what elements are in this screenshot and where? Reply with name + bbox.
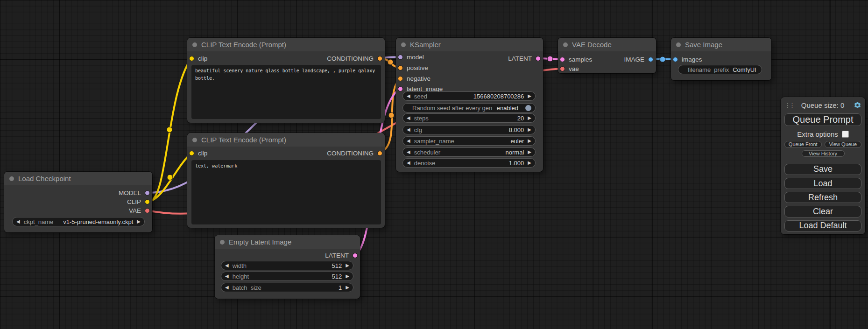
node-title-bar[interactable]: KSampler <box>396 38 543 51</box>
decrement-arrow-icon[interactable]: ◀ <box>407 127 410 132</box>
collapse-dot-icon[interactable] <box>192 42 197 47</box>
height-widget[interactable]: ◀ height 512 ▶ <box>221 272 353 281</box>
toggle-dot-icon[interactable] <box>525 105 531 111</box>
seed-widget[interactable]: ◀ seed 156680208700286 ▶ <box>402 91 536 101</box>
node-save-image[interactable]: Save Image images filename_prefix ComfyU… <box>671 38 771 80</box>
decrement-arrow-icon[interactable]: ◀ <box>225 263 229 268</box>
ckpt-name-widget[interactable]: ◀ ckpt_name v1-5-pruned-emaonly.ckpt ▶ <box>12 217 145 226</box>
load-default-button[interactable]: Load Default <box>784 220 861 231</box>
node-clip-text-encode-negative[interactable]: CLIP Text Encode (Prompt) clip CONDITION… <box>187 133 385 228</box>
wire-dot <box>660 56 665 62</box>
increment-arrow-icon[interactable]: ▶ <box>528 161 531 165</box>
conditioning-port[interactable] <box>377 56 382 61</box>
conditioning-port[interactable] <box>398 65 403 70</box>
node-title: CLIP Text Encode (Prompt) <box>201 136 286 144</box>
increment-arrow-icon[interactable]: ▶ <box>528 139 531 143</box>
positive-prompt-textarea[interactable]: beautiful scenery nature glass bottle la… <box>191 65 381 119</box>
filename-prefix-widget[interactable]: filename_prefix ComfyUI <box>678 65 762 74</box>
queue-prompt-button[interactable]: Queue Prompt <box>784 113 861 126</box>
latent-port[interactable] <box>560 57 565 62</box>
decrement-arrow-icon[interactable]: ◀ <box>407 116 410 120</box>
model-port[interactable] <box>398 55 403 60</box>
increment-arrow-icon[interactable]: ▶ <box>528 94 531 98</box>
node-title-bar[interactable]: Save Image <box>671 38 771 51</box>
input-negative: negative <box>398 74 430 83</box>
steps-widget[interactable]: ◀ steps 20 ▶ <box>402 113 536 123</box>
increment-arrow-icon[interactable]: ▶ <box>346 285 349 290</box>
latent-port[interactable] <box>536 56 541 61</box>
clip-port[interactable] <box>189 151 194 156</box>
increment-arrow-icon[interactable]: ▶ <box>346 274 349 279</box>
node-vae-decode[interactable]: VAE Decode samples vae IMAGE <box>558 38 656 73</box>
node-load-checkpoint[interactable]: Load Checkpoint MODEL CLIP VAE ◀ ckpt_na… <box>4 172 152 232</box>
clip-port[interactable] <box>189 56 194 61</box>
load-button[interactable]: Load <box>784 178 861 189</box>
width-widget[interactable]: ◀ width 512 ▶ <box>221 261 353 270</box>
random-seed-toggle[interactable]: Random seed after every gen enabled <box>402 103 536 112</box>
node-ksampler[interactable]: KSampler model positive negative latent_… <box>396 38 543 172</box>
node-graph-canvas[interactable]: Load Checkpoint MODEL CLIP VAE ◀ ckpt_na… <box>0 0 868 329</box>
input-label: images <box>682 56 702 63</box>
output-model: MODEL <box>119 188 150 197</box>
node-title-bar[interactable]: Load Checkpoint <box>4 172 152 185</box>
decrement-arrow-icon[interactable]: ◀ <box>407 94 410 98</box>
node-clip-text-encode-positive[interactable]: CLIP Text Encode (Prompt) clip CONDITION… <box>187 38 385 123</box>
node-empty-latent-image[interactable]: Empty Latent Image LATENT ◀ width 512 ▶ … <box>215 235 360 299</box>
sampler-name-widget[interactable]: ◀ sampler_name euler ▶ <box>402 136 536 146</box>
decrement-arrow-icon[interactable]: ◀ <box>407 150 410 154</box>
collapse-dot-icon[interactable] <box>401 42 406 47</box>
image-port[interactable] <box>673 57 678 62</box>
cfg-widget[interactable]: ◀ cfg 8.000 ▶ <box>402 125 536 134</box>
node-title-bar[interactable]: VAE Decode <box>558 38 656 51</box>
decrement-arrow-icon[interactable]: ◀ <box>16 219 20 224</box>
vae-port[interactable] <box>560 66 565 71</box>
wire-dot <box>388 112 394 118</box>
collapse-dot-icon[interactable] <box>9 176 14 181</box>
denoise-widget[interactable]: ◀ denoise 1.000 ▶ <box>402 158 536 168</box>
node-title-bar[interactable]: Empty Latent Image <box>215 235 360 249</box>
refresh-button[interactable]: Refresh <box>784 192 861 203</box>
vae-port[interactable] <box>145 208 150 213</box>
collapse-dot-icon[interactable] <box>220 240 225 245</box>
drag-handle-icon[interactable]: ⋮⋮ <box>784 102 792 109</box>
latent-port[interactable] <box>398 86 403 91</box>
input-vae: vae <box>560 64 579 73</box>
increment-arrow-icon[interactable]: ▶ <box>137 219 141 224</box>
conditioning-port[interactable] <box>398 76 403 81</box>
clip-port[interactable] <box>145 199 150 204</box>
queue-front-button[interactable]: Queue Front <box>784 141 822 148</box>
widget-value: 1 <box>339 284 342 291</box>
decrement-arrow-icon[interactable]: ◀ <box>407 139 410 143</box>
node-title-bar[interactable]: CLIP Text Encode (Prompt) <box>187 133 385 147</box>
increment-arrow-icon[interactable]: ▶ <box>528 150 531 154</box>
negative-prompt-textarea[interactable]: text, watermark <box>191 160 381 224</box>
extra-options-checkbox[interactable] <box>842 131 849 138</box>
collapse-dot-icon[interactable] <box>192 138 197 142</box>
input-positive: positive <box>398 63 428 72</box>
batch-size-widget[interactable]: ◀ batch_size 1 ▶ <box>221 283 353 292</box>
gear-icon[interactable] <box>854 101 861 109</box>
view-history-button[interactable]: View History <box>802 150 845 157</box>
decrement-arrow-icon[interactable]: ◀ <box>225 274 229 279</box>
output-label: LATENT <box>508 55 532 62</box>
node-title: CLIP Text Encode (Prompt) <box>201 41 286 49</box>
decrement-arrow-icon[interactable]: ◀ <box>407 161 410 165</box>
view-queue-button[interactable]: View Queue <box>825 141 862 148</box>
increment-arrow-icon[interactable]: ▶ <box>528 127 531 132</box>
conditioning-port[interactable] <box>377 151 382 156</box>
scheduler-widget[interactable]: ◀ scheduler normal ▶ <box>402 147 536 157</box>
clear-button[interactable]: Clear <box>784 206 861 217</box>
increment-arrow-icon[interactable]: ▶ <box>528 116 531 120</box>
node-title: VAE Decode <box>572 41 612 49</box>
image-port[interactable] <box>648 57 653 62</box>
collapse-dot-icon[interactable] <box>563 42 568 47</box>
collapse-dot-icon[interactable] <box>676 42 681 47</box>
node-title-bar[interactable]: CLIP Text Encode (Prompt) <box>187 38 385 51</box>
model-port[interactable] <box>145 190 150 196</box>
decrement-arrow-icon[interactable]: ◀ <box>225 285 229 290</box>
save-button[interactable]: Save <box>784 164 861 175</box>
increment-arrow-icon[interactable]: ▶ <box>346 263 349 268</box>
latent-port[interactable] <box>353 253 358 258</box>
input-model: model <box>398 52 424 62</box>
input-label: model <box>407 54 424 61</box>
